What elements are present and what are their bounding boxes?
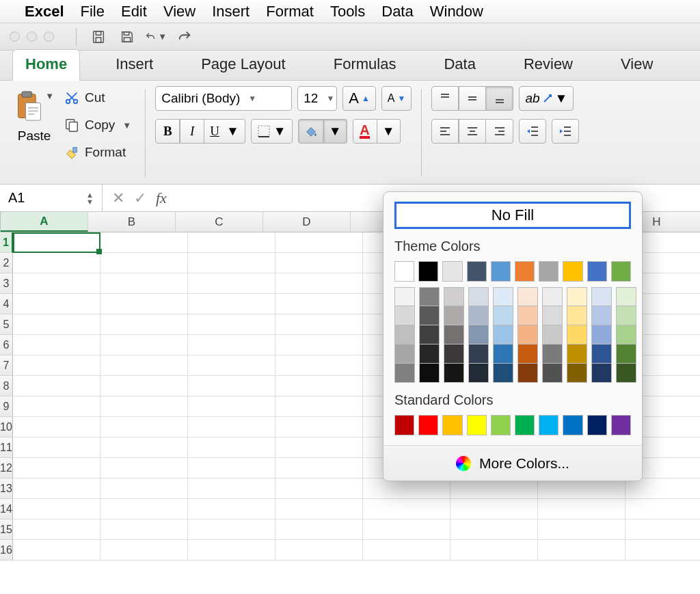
cell[interactable] (275, 314, 363, 335)
cell[interactable] (188, 273, 275, 294)
cell[interactable] (275, 417, 363, 437)
color-swatch[interactable] (517, 287, 538, 306)
color-swatch[interactable] (493, 364, 513, 383)
color-swatch[interactable] (567, 306, 587, 325)
color-swatch[interactable] (591, 325, 612, 345)
color-swatch[interactable] (515, 261, 535, 282)
color-swatch[interactable] (563, 415, 582, 435)
menu-view[interactable]: View (163, 3, 196, 21)
cell[interactable] (188, 396, 275, 417)
column-header[interactable]: C (176, 212, 263, 232)
color-swatch[interactable] (467, 261, 487, 282)
color-swatch[interactable] (591, 345, 612, 364)
color-swatch[interactable] (418, 415, 438, 435)
tab-page-layout[interactable]: Page Layout (189, 50, 298, 80)
color-swatch[interactable] (419, 306, 440, 325)
row-header[interactable]: 16 (0, 540, 13, 561)
color-swatch[interactable] (394, 287, 415, 306)
zoom-window-button[interactable] (44, 31, 54, 42)
color-swatch[interactable] (467, 415, 487, 435)
color-swatch[interactable] (394, 325, 415, 345)
color-swatch[interactable] (567, 325, 587, 345)
cell[interactable] (13, 232, 100, 253)
cell[interactable] (275, 355, 363, 376)
cell[interactable] (13, 458, 100, 478)
color-swatch[interactable] (444, 306, 464, 325)
cell[interactable] (275, 540, 363, 561)
cut-button[interactable]: Cut (60, 86, 135, 109)
italic-button[interactable]: I (180, 119, 204, 144)
cell[interactable] (13, 396, 100, 417)
color-swatch[interactable] (491, 261, 511, 282)
row-header[interactable]: 12 (0, 458, 13, 478)
color-swatch[interactable] (468, 364, 489, 383)
cell[interactable] (100, 458, 188, 478)
row-header[interactable]: 9 (0, 396, 13, 417)
cell[interactable] (13, 253, 100, 273)
align-left-button[interactable] (431, 119, 459, 144)
cell[interactable] (188, 437, 275, 458)
cell[interactable] (13, 437, 100, 458)
color-swatch[interactable] (468, 345, 489, 364)
cell[interactable] (188, 478, 275, 499)
font-color-button[interactable]: A (353, 119, 377, 144)
orientation-button[interactable]: ab ▼ (519, 86, 574, 111)
shrink-font-button[interactable]: A▼ (381, 86, 412, 111)
underline-button[interactable]: U▼ (204, 119, 245, 144)
cell[interactable] (450, 519, 538, 540)
align-right-button[interactable] (486, 119, 513, 144)
increase-indent-button[interactable] (552, 119, 579, 144)
cell[interactable] (625, 540, 700, 561)
align-top-button[interactable] (431, 86, 459, 111)
row-header[interactable]: 1 (0, 232, 13, 253)
color-swatch[interactable] (515, 415, 535, 435)
bold-button[interactable]: B (155, 119, 180, 144)
row-header[interactable]: 2 (0, 253, 13, 273)
menu-data[interactable]: Data (381, 3, 413, 21)
cell[interactable] (188, 519, 275, 540)
redo-button[interactable] (174, 27, 196, 47)
color-swatch[interactable] (567, 287, 587, 306)
row-header[interactable]: 4 (0, 294, 13, 314)
cell[interactable] (100, 417, 188, 437)
color-swatch[interactable] (517, 325, 538, 345)
cell[interactable] (13, 273, 100, 294)
cell[interactable] (188, 499, 275, 519)
color-swatch[interactable] (587, 415, 607, 435)
cell[interactable] (13, 417, 100, 437)
column-header[interactable]: B (88, 212, 176, 232)
cell[interactable] (538, 478, 625, 499)
cell[interactable] (100, 499, 188, 519)
cell[interactable] (100, 519, 188, 540)
color-swatch[interactable] (468, 325, 489, 345)
font-name-combo[interactable]: Calibri (Body) ▼ (155, 86, 292, 111)
grow-font-button[interactable]: A▲ (342, 86, 376, 111)
color-swatch[interactable] (567, 364, 587, 383)
menu-insert[interactable]: Insert (212, 3, 250, 21)
row-header[interactable]: 3 (0, 273, 13, 294)
paste-button[interactable]: ▼ (14, 86, 55, 126)
row-header[interactable]: 8 (0, 376, 13, 396)
cell[interactable] (275, 376, 363, 396)
cell[interactable] (100, 478, 188, 499)
accept-formula-icon[interactable]: ✓ (134, 189, 146, 207)
more-colors-button[interactable]: More Colors... (383, 445, 642, 481)
fill-color-dropdown[interactable]: ▼ (324, 119, 347, 144)
color-swatch[interactable] (442, 415, 462, 435)
color-swatch[interactable] (616, 364, 636, 383)
cell[interactable] (188, 253, 275, 273)
cell[interactable] (13, 335, 100, 355)
cell[interactable] (450, 499, 538, 519)
color-swatch[interactable] (419, 325, 440, 345)
row-header[interactable]: 5 (0, 314, 13, 335)
color-swatch[interactable] (611, 261, 631, 282)
color-swatch[interactable] (444, 364, 464, 383)
cell[interactable] (450, 478, 538, 499)
cell[interactable] (275, 437, 363, 458)
cell[interactable] (188, 355, 275, 376)
color-swatch[interactable] (591, 306, 612, 325)
tab-insert[interactable]: Insert (103, 50, 165, 80)
color-swatch[interactable] (591, 287, 612, 306)
tab-formulas[interactable]: Formulas (321, 50, 409, 80)
color-swatch[interactable] (567, 345, 587, 364)
